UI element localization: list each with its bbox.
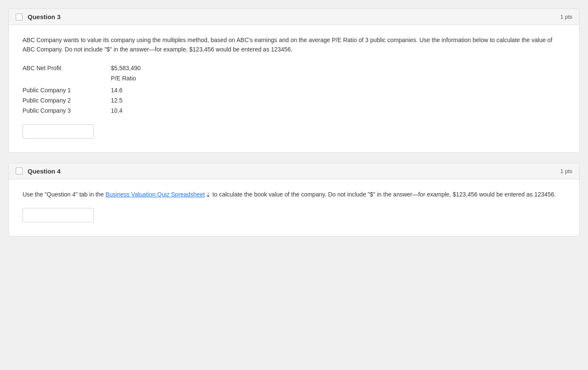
net-profit-label: ABC Net Profit — [23, 65, 107, 71]
question-3-header: Question 3 1 pts — [9, 9, 579, 25]
question-4-body: Use the "Question 4" tab in the Business… — [9, 179, 579, 236]
question-4-answer-input[interactable] — [23, 208, 94, 222]
question-3-checkbox[interactable] — [16, 14, 23, 20]
question-4-pts: 1 pts — [560, 168, 572, 174]
question-3-body: ABC Company wants to value its company u… — [9, 25, 579, 152]
pe-header-spacer — [23, 75, 107, 82]
question-3-card: Question 3 1 pts ABC Company wants to va… — [8, 9, 580, 153]
spreadsheet-link[interactable]: Business Valuation Quiz Spreadsheet — [105, 191, 205, 198]
company-1-label: Public Company 1 — [23, 87, 107, 94]
question-4-header-left: Question 4 — [16, 168, 61, 175]
download-icon: ⇣ — [206, 190, 211, 199]
question-4-card: Question 4 1 pts Use the "Question 4" ta… — [8, 163, 580, 236]
question-3-title: Question 3 — [28, 13, 61, 20]
question-3-text: ABC Company wants to value its company u… — [23, 35, 565, 54]
question-3-header-left: Question 3 — [16, 13, 61, 20]
company-2-row: Public Company 2 12.5 — [23, 95, 565, 105]
company-1-row: Public Company 1 14.6 — [23, 85, 565, 95]
question-4-header: Question 4 1 pts — [9, 163, 579, 179]
question-4-text-after: to calculate the book value of the compa… — [211, 191, 556, 198]
question-4-text: Use the "Question 4" tab in the Business… — [23, 190, 565, 199]
question-3-answer-input[interactable] — [23, 124, 94, 139]
question-3-pts: 1 pts — [560, 14, 572, 20]
question-4-text-before: Use the "Question 4" tab in the — [23, 191, 105, 198]
pe-ratio-header-label: P/E Ratio — [107, 75, 136, 82]
net-profit-row: ABC Net Profit $5,583,490 — [23, 63, 565, 73]
company-3-ratio: 10.4 — [107, 107, 122, 114]
company-2-ratio: 12.5 — [107, 97, 122, 104]
pe-ratio-header-row: P/E Ratio — [23, 73, 565, 85]
company-2-label: Public Company 2 — [23, 97, 107, 104]
question-3-data-table: ABC Net Profit $5,583,490 P/E Ratio Publ… — [23, 63, 565, 116]
question-4-checkbox[interactable] — [16, 168, 23, 174]
company-1-ratio: 14.6 — [107, 87, 122, 94]
company-3-row: Public Company 3 10.4 — [23, 105, 565, 116]
question-4-title: Question 4 — [28, 168, 61, 175]
net-profit-value: $5,583,490 — [107, 65, 141, 71]
company-3-label: Public Company 3 — [23, 107, 107, 114]
